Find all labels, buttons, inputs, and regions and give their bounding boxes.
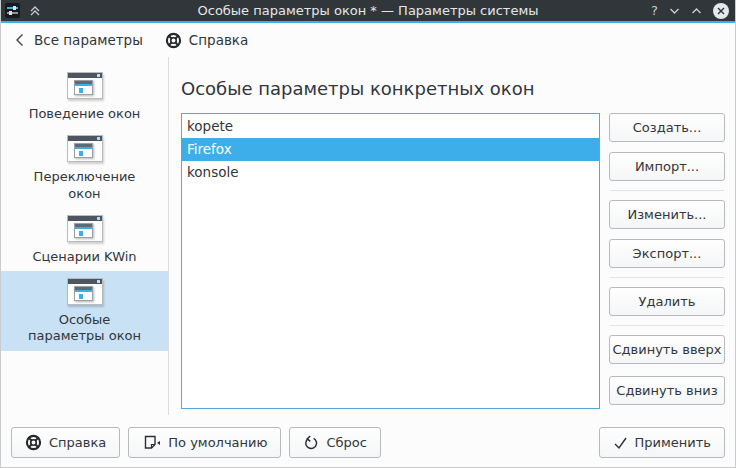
help-button[interactable]: Справка [11, 427, 120, 458]
chevron-left-icon [13, 32, 27, 48]
list-item-kopete[interactable]: kopete [182, 115, 599, 138]
defaults-button[interactable]: По умолчанию [128, 427, 281, 458]
export-button[interactable]: Экспорт... [609, 239, 725, 268]
list-item-konsole[interactable]: konsole [182, 161, 599, 184]
reset-button-label: Сброс [326, 435, 366, 450]
apply-button-label: Применить [635, 435, 711, 450]
sidebar-item-task-switcher[interactable]: Переключение окон [1, 128, 168, 208]
reset-button[interactable]: Сброс [289, 427, 380, 458]
sidebar-item-label: Особые параметры окон [25, 312, 145, 345]
main-content: Особые параметры конкретных окон kopete … [169, 57, 735, 415]
life-buoy-icon [25, 434, 42, 451]
rule-actions-panel: Создать... Импорт... Изменить... Экспорт… [609, 113, 725, 409]
window-icon [66, 278, 104, 308]
create-button[interactable]: Создать... [609, 113, 725, 142]
list-item-firefox[interactable]: Firefox [182, 138, 599, 161]
sidebar-item-window-behavior[interactable]: Поведение окон [1, 65, 168, 128]
apply-button[interactable]: Применить [599, 427, 725, 458]
modify-button[interactable]: Изменить... [609, 200, 725, 229]
sidebar-item-kwin-scripts[interactable]: Сценарии KWin [1, 208, 168, 271]
help-button-label: Справка [49, 435, 106, 450]
defaults-button-label: По умолчанию [168, 435, 267, 450]
window-icon [66, 215, 104, 245]
divider [610, 325, 724, 326]
titlebar-help-button[interactable]: ? [651, 4, 658, 17]
sidebar-item-label: Переключение окон [25, 169, 145, 202]
divider [610, 277, 724, 278]
back-all-settings-button[interactable]: Все параметры [13, 32, 143, 48]
toolbar-help-button[interactable]: Справка [165, 32, 248, 49]
window-icon [66, 135, 104, 165]
divider [610, 190, 724, 191]
back-all-settings-label: Все параметры [34, 32, 143, 48]
minimize-button[interactable] [669, 7, 680, 15]
import-button[interactable]: Импорт... [609, 152, 725, 181]
undo-arrow-icon [303, 435, 319, 451]
sidebar-item-window-rules[interactable]: Особые параметры окон [1, 271, 168, 351]
sidebar-item-label: Поведение окон [25, 106, 145, 122]
delete-button[interactable]: Удалить [609, 287, 725, 316]
system-settings-window: Особые параметры окон * — Параметры сист… [0, 0, 736, 468]
maximize-button[interactable] [691, 7, 702, 15]
keep-above-icon[interactable] [28, 4, 42, 18]
app-icon [5, 3, 20, 18]
toolbar: Все параметры Справка [1, 23, 735, 57]
sidebar-item-label: Сценарии KWin [25, 249, 145, 265]
titlebar: Особые параметры окон * — Параметры сист… [1, 0, 735, 21]
life-buoy-icon [165, 32, 182, 49]
toolbar-help-label: Справка [189, 32, 248, 48]
checkmark-icon [613, 436, 628, 450]
window-title: Особые параметры окон * — Параметры сист… [1, 3, 735, 18]
document-revert-icon [142, 435, 161, 451]
sidebar: Поведение окон Переключение окон Сценари… [1, 57, 169, 415]
move-down-button[interactable]: Сдвинуть вниз [609, 376, 725, 405]
close-button[interactable] [713, 3, 729, 19]
footer: Справка По умолчанию Сброс [11, 427, 725, 458]
move-up-button[interactable]: Сдвинуть вверх [609, 335, 725, 364]
page-title: Особые параметры конкретных окон [181, 78, 725, 99]
window-rules-list[interactable]: kopete Firefox konsole [181, 113, 600, 409]
window-icon [66, 72, 104, 102]
